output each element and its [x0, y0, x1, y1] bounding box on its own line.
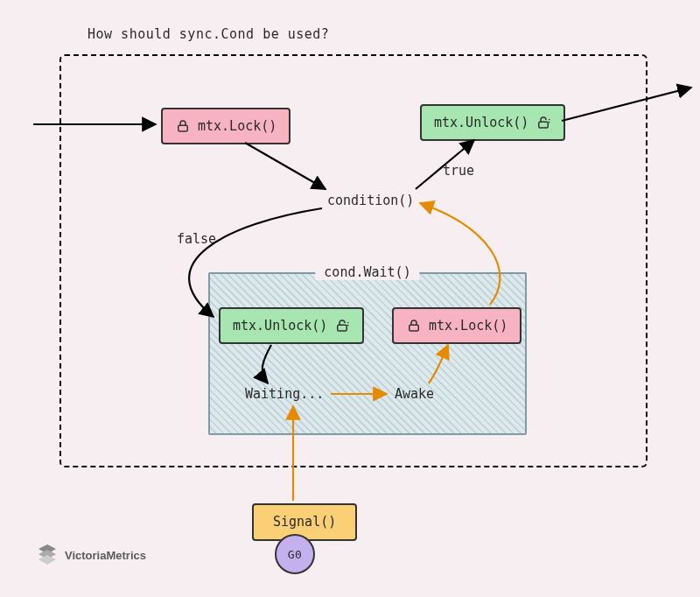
brand-name: VictoriaMetrics [65, 549, 146, 562]
lock-open-icon [536, 115, 551, 130]
lock-open-icon [334, 318, 350, 334]
node-unlock-top-label: mtx.Unlock() [434, 116, 528, 130]
svg-rect-3 [410, 325, 419, 331]
brand-logo: VictoriaMetrics [37, 544, 146, 565]
node-lock-inner-label: mtx.Lock() [429, 320, 508, 333]
lock-closed-icon [175, 118, 191, 134]
diagram-title: How should sync.Cond be used? [88, 26, 329, 42]
node-unlock-inner: mtx.Unlock() [219, 307, 364, 344]
node-waiting: Waiting... [245, 386, 324, 402]
goroutine-label: G0 [288, 548, 303, 561]
node-condition: condition() [327, 193, 414, 208]
node-awake: Awake [395, 386, 434, 402]
goroutine-badge: G0 [275, 534, 315, 574]
edge-label-true: true [443, 163, 474, 179]
cond-wait-title-wrap: cond.Wait() [315, 263, 419, 280]
node-unlock-top: mtx.Unlock() [420, 104, 565, 141]
brand-logo-icon [37, 544, 58, 565]
node-lock-label: mtx.Lock() [198, 120, 276, 133]
svg-rect-2 [338, 325, 347, 331]
diagram-canvas: How should sync.Cond be used? mtx.Lock()… [0, 0, 700, 597]
node-lock: mtx.Lock() [161, 108, 290, 144]
node-signal-label: Signal() [273, 516, 336, 529]
node-signal: Signal() [252, 503, 357, 541]
edge-label-false: false [177, 231, 216, 247]
lock-closed-icon [406, 318, 422, 334]
node-lock-inner: mtx.Lock() [392, 307, 522, 344]
cond-wait-title: cond.Wait() [324, 264, 410, 280]
node-unlock-inner-label: mtx.Unlock() [233, 320, 327, 333]
svg-rect-1 [539, 122, 549, 128]
svg-rect-0 [178, 125, 188, 131]
cond-wait-box: cond.Wait() [208, 272, 527, 435]
